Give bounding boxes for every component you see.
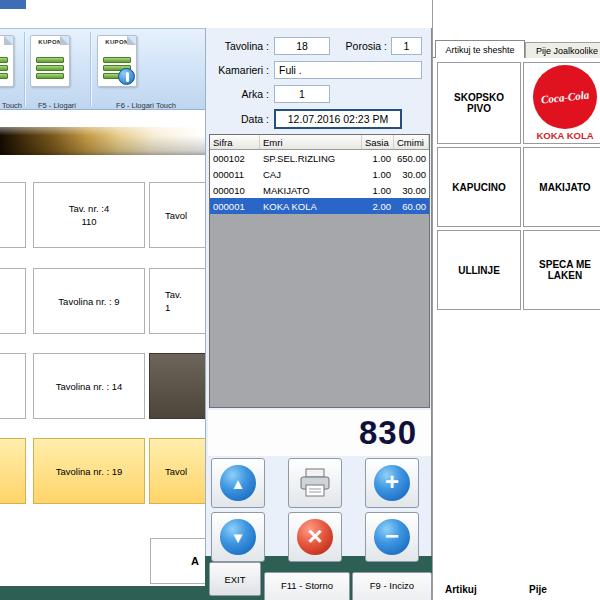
product-label: MAKIJATO: [539, 182, 590, 193]
tavolina-field[interactable]: 18: [274, 37, 330, 55]
plus-icon: +: [374, 465, 410, 501]
ribbon-toolbar: KUPON KUPON Touch F5 - Llogari F6 - Llog…: [0, 28, 206, 110]
pos-screen: KUPON KUPON Touch F5 - Llogari F6 - Llog…: [0, 0, 600, 600]
ribbon-separator: [90, 32, 91, 106]
arka-label: Arka :: [206, 88, 269, 100]
table-button-label: Tav. nr. :4: [69, 203, 109, 214]
order-line-item[interactable]: 000011 CAJ 1.00 30.00: [210, 166, 429, 182]
table-button-partial[interactable]: [0, 438, 26, 504]
item-code: 000010: [210, 185, 260, 196]
kamarieri-value: Fuli .: [279, 64, 302, 76]
grid-column-sasia: Sasia: [362, 135, 394, 149]
item-price: 30.00: [394, 185, 429, 196]
product-label: KOKA KOLA: [536, 130, 593, 141]
order-grid: Sifra Emri Sasia Cmimi 000102 SP.SEL.RIZ…: [209, 134, 430, 408]
up-arrow-icon: ▲: [220, 465, 256, 501]
footer-tab-artikuj[interactable]: Artikuj: [445, 584, 477, 595]
cancel-icon: ×: [297, 519, 333, 555]
porosia-label: Porosia :: [332, 40, 387, 52]
table-button-4[interactable]: Tav. nr. :4 110: [33, 182, 145, 248]
ribbon-group-f6-label: F6 - Llogari Touch: [90, 101, 202, 110]
table-button-label: Tavolina nr. : 14: [56, 381, 123, 392]
banner-image: [0, 127, 206, 155]
move-down-button[interactable]: ▼: [211, 512, 265, 562]
storno-label: F11 - Storno: [281, 580, 333, 591]
grid-column-sifra: Sifra: [210, 135, 260, 149]
product-button-ullinje[interactable]: ULLINJE: [437, 230, 521, 310]
storno-button[interactable]: F11 - Storno: [264, 572, 350, 600]
tab-pije-joalkoolike[interactable]: Pije Joalkoolike: [525, 42, 600, 58]
product-button-kapucino[interactable]: KAPUCINO: [437, 147, 521, 227]
cancel-button[interactable]: ×: [288, 512, 342, 562]
item-qty: 1.00: [362, 169, 394, 180]
kamarieri-field[interactable]: Fuli .: [274, 61, 422, 79]
table-button-label: Tav.: [165, 289, 182, 300]
item-qty: 1.00: [362, 153, 394, 164]
move-up-button[interactable]: ▲: [211, 458, 265, 508]
touch-icon: [118, 68, 135, 85]
data-label: Data :: [206, 113, 269, 125]
product-button-skopsko-pivo[interactable]: SKOPSKO PIVO: [437, 62, 521, 144]
money-icon: [0, 55, 8, 79]
porosia-value: 1: [404, 40, 410, 52]
exit-button[interactable]: EXIT: [209, 562, 261, 596]
table-button-label: Tavolina nr. : 9: [58, 296, 119, 307]
product-button-speca-me-laken[interactable]: SPECA ME LAKEN: [523, 230, 600, 310]
table-button-label: Tavolina nr. : 19: [56, 466, 123, 477]
add-item-button[interactable]: +: [365, 458, 419, 508]
bottom-partial-label: A: [191, 555, 199, 567]
total-value: 830: [359, 414, 417, 452]
tab-artikuj-te-sheshte[interactable]: Artikuj te sheshte: [435, 40, 525, 58]
coupon-touch-button-f6[interactable]: KUPON: [97, 35, 137, 87]
table-button-label: Tavol: [165, 466, 187, 477]
ribbon-group-f5-label: F5 - Llogari: [26, 101, 88, 110]
kupon-caption: KUPON: [31, 39, 69, 45]
arka-field[interactable]: 1: [274, 85, 330, 103]
table-button-9[interactable]: Tavolina nr. : 9: [33, 268, 145, 334]
product-button-makijato[interactable]: MAKIJATO: [523, 147, 600, 227]
incizo-button[interactable]: F9 - Incizo: [352, 572, 432, 600]
item-code: 000001: [210, 201, 260, 212]
item-name: SP.SEL.RIZLING: [260, 153, 362, 164]
item-price: 650.00: [394, 153, 429, 164]
porosia-field[interactable]: 1: [391, 37, 422, 55]
footer-tab-pije[interactable]: Pije: [529, 584, 547, 595]
brand-script: Coca-Cola: [540, 89, 589, 106]
item-name: KOKA KOLA: [260, 201, 362, 212]
item-name: CAJ: [260, 169, 362, 180]
tavolina-value: 18: [296, 40, 308, 52]
order-line-item[interactable]: 000102 SP.SEL.RIZLING 1.00 650.00: [210, 150, 429, 166]
coupon-button-f5[interactable]: KUPON: [30, 35, 70, 87]
item-price: 60.00: [394, 201, 429, 212]
order-panel: Tavolina : 18 Porosia : 1 Kamarieri : Fu…: [205, 28, 432, 556]
coca-cola-logo: Coca-Cola: [533, 65, 597, 129]
print-button[interactable]: [288, 458, 342, 508]
coupon-button-partial[interactable]: [0, 35, 14, 87]
ribbon-separator: [24, 32, 25, 106]
printer-icon: [298, 468, 332, 498]
minus-icon: −: [374, 519, 410, 555]
exit-label: EXIT: [224, 574, 245, 585]
product-label: ULLINJE: [458, 265, 500, 276]
order-line-item-selected[interactable]: 000001 KOKA KOLA 2.00 60.00: [210, 198, 429, 214]
table-button-19[interactable]: Tavolina nr. : 19: [33, 438, 145, 504]
table-button-partial[interactable]: [0, 182, 26, 248]
kupon-caption: KUPON: [98, 39, 136, 45]
order-line-item[interactable]: 000010 MAKIJATO 1.00 30.00: [210, 182, 429, 198]
data-field[interactable]: 12.07.2016 02:23 PM: [274, 109, 402, 129]
grid-header: Sifra Emri Sasia Cmimi: [210, 135, 429, 150]
product-button-koka-kola[interactable]: Coca-Cola KOKA KOLA: [523, 62, 600, 144]
product-label: SPECA ME LAKEN: [528, 259, 600, 281]
ribbon-group-touch-label: Touch: [0, 101, 24, 110]
item-code: 000102: [210, 153, 260, 164]
tavolina-label: Tavolina :: [206, 40, 269, 52]
grid-column-cmimi: Cmimi: [394, 135, 429, 149]
articles-panel: Artikuj te sheshte Pije Joalkoolike SKOP…: [432, 0, 600, 600]
table-button-14[interactable]: Tavolina nr. : 14: [33, 353, 145, 419]
table-button-partial[interactable]: [0, 353, 26, 419]
remove-item-button[interactable]: −: [365, 512, 419, 562]
table-button-partial[interactable]: [0, 268, 26, 334]
window-fragment: [0, 0, 26, 9]
arka-value: 1: [299, 88, 305, 100]
item-name: MAKIJATO: [260, 185, 362, 196]
